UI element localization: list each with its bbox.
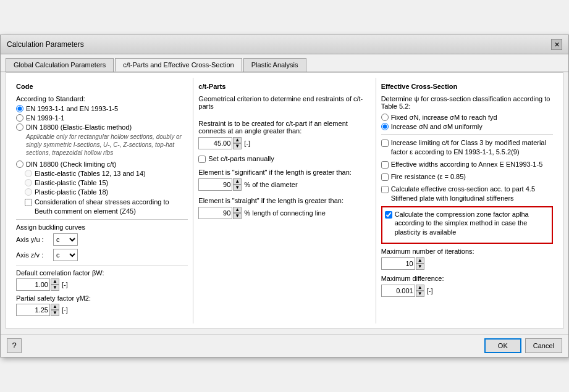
radio-din18800-ct: DIN 18800 (Check limiting c/t) bbox=[16, 161, 188, 168]
close-button[interactable]: ✕ bbox=[551, 39, 562, 50]
standard-label: According to Standard: bbox=[16, 95, 188, 102]
increase-ct-checkbox-item: Increase limiting c/t for Class 3 by mod… bbox=[381, 138, 553, 156]
radio-en1999-label: EN 1999-1-1 bbox=[26, 114, 64, 122]
ct-header: c/t-Parts bbox=[198, 83, 370, 90]
radio-en1999-input[interactable] bbox=[16, 114, 23, 122]
restraint-label: Restraint is to be created for c/t-part … bbox=[198, 120, 370, 135]
set-manual-checkbox[interactable] bbox=[198, 156, 206, 163]
ecs-intro-label: Determine ψ for cross-section classifica… bbox=[381, 95, 553, 110]
radio-fixed-sn-input[interactable] bbox=[381, 114, 389, 121]
footer-right: OK Cancel bbox=[484, 338, 562, 353]
max-difference-spinner-buttons: ▲ ▼ bbox=[416, 285, 424, 297]
radio-elastic-elastic-input[interactable] bbox=[25, 170, 32, 177]
axis-yu-select[interactable]: c bbox=[53, 233, 78, 246]
max-iterations-spinner: ▲ ▼ bbox=[381, 257, 553, 270]
angle-up-btn[interactable]: ▲ bbox=[233, 137, 242, 143]
radio-en1999: EN 1999-1-1 bbox=[16, 114, 188, 122]
fire-resistance-label: Fire resistance (ε = 0.85) bbox=[391, 172, 466, 181]
radio-plastic-plastic-input[interactable] bbox=[25, 188, 32, 196]
radio-fixed-sn-label: Fixed σN, increase σM to reach fyd bbox=[391, 114, 497, 121]
tab-plastic[interactable]: Plastic Analysis bbox=[243, 58, 306, 72]
set-manual-checkbox-item: Set c/t-parts manually bbox=[198, 154, 370, 163]
max-iterations-spinner-buttons: ▲ ▼ bbox=[416, 257, 424, 270]
radio-elastic-plastic-input[interactable] bbox=[25, 179, 32, 186]
set-manual-label: Set c/t-parts manually bbox=[208, 154, 274, 163]
gamma-spinner: ▲ ▼ [-] bbox=[16, 304, 188, 316]
title-bar: Calculation Parameters ✕ bbox=[1, 35, 568, 54]
radio-increase-uniform-label: Increase σN and σM uniformly bbox=[391, 123, 483, 130]
angle-unit: [-] bbox=[244, 140, 250, 147]
increase-ct-checkbox[interactable] bbox=[381, 140, 389, 147]
effective-annex-label: Effective widths according to Annex E EN… bbox=[391, 160, 543, 169]
cancel-button[interactable]: Cancel bbox=[525, 338, 562, 353]
ecs-radio-group: Fixed σN, increase σM to reach fyd Incre… bbox=[381, 114, 553, 130]
straight-input[interactable] bbox=[198, 207, 232, 219]
din-suboptions: Elastic-elastic (Tables 12, 13 and 14) E… bbox=[25, 170, 188, 215]
straight-down-btn[interactable]: ▼ bbox=[233, 213, 242, 219]
gamma-unit: [-] bbox=[62, 306, 68, 314]
straight-up-btn[interactable]: ▲ bbox=[233, 207, 242, 213]
ct-parts-column: c/t-Parts Geometrical criterion to deter… bbox=[193, 78, 376, 323]
max-difference-input[interactable] bbox=[381, 285, 415, 297]
radio-elastic-elastic: Elastic-elastic (Tables 12, 13 and 14) bbox=[25, 170, 188, 177]
shear-stress-checkbox[interactable] bbox=[25, 199, 32, 206]
calc-compression-checkbox[interactable] bbox=[385, 211, 392, 219]
radio-en1993-label: EN 1993-1-1 and EN 1993-1-5 bbox=[26, 105, 118, 112]
calc-compression-highlighted: Calculate the compression zone factor ap… bbox=[381, 206, 553, 244]
max-iterations-up-btn[interactable]: ▲ bbox=[416, 257, 424, 264]
angle-spinner-buttons: ▲ ▼ bbox=[233, 137, 242, 149]
radio-elastic-plastic: Elastic-plastic (Table 15) bbox=[25, 179, 188, 186]
max-difference-up-btn[interactable]: ▲ bbox=[416, 285, 424, 291]
help-button[interactable]: ? bbox=[7, 338, 22, 353]
fire-resistance-checkbox[interactable] bbox=[381, 173, 389, 181]
radio-din18800-ee-label: DIN 18800 (Elastic-Elastic method) bbox=[26, 123, 132, 131]
angle-input[interactable] bbox=[198, 137, 232, 149]
calc-effective-stiffened-label: Calculate effective cross-section acc. t… bbox=[391, 185, 553, 202]
calc-compression-label: Calculate the compression zone factor ap… bbox=[395, 210, 549, 236]
gamma-input[interactable] bbox=[16, 304, 50, 316]
gamma-label: Partial safety factor γM2: bbox=[16, 294, 188, 302]
beta-label: Default correlation factor βW: bbox=[16, 269, 188, 277]
max-iterations-down-btn[interactable]: ▼ bbox=[416, 264, 424, 270]
max-iterations-input[interactable] bbox=[381, 257, 415, 270]
significant-spinner: ▲ ▼ % of the diameter bbox=[198, 178, 370, 191]
axis-yu-label: Axis y/u : bbox=[16, 236, 53, 243]
max-difference-down-btn[interactable]: ▼ bbox=[416, 291, 424, 297]
beta-down-btn[interactable]: ▼ bbox=[51, 285, 59, 291]
footer-left: ? bbox=[7, 338, 22, 353]
significant-unit: % of the diameter bbox=[244, 181, 297, 188]
buckling-label: Assign buckling curves bbox=[16, 223, 188, 231]
radio-din18800-ct-label: DIN 18800 (Check limiting c/t) bbox=[26, 161, 116, 168]
angle-down-btn[interactable]: ▼ bbox=[233, 143, 242, 149]
significant-down-btn[interactable]: ▼ bbox=[233, 185, 242, 191]
radio-en1993-input[interactable] bbox=[16, 105, 23, 112]
gamma-down-btn[interactable]: ▼ bbox=[51, 310, 59, 316]
ecs-header: Effective Cross-Section bbox=[381, 83, 553, 90]
axis-zu-label: Axis z/v : bbox=[16, 251, 53, 259]
straight-label: Element is "straight" if the length is g… bbox=[198, 197, 370, 204]
tab-ct-parts[interactable]: c/t-Parts and Effective Cross-Section bbox=[115, 58, 242, 72]
angle-spinner: ▲ ▼ [-] bbox=[198, 137, 370, 149]
axis-zu-select[interactable]: c bbox=[53, 249, 78, 261]
effective-annex-checkbox[interactable] bbox=[381, 161, 389, 169]
beta-spinner: ▲ ▼ [-] bbox=[16, 278, 188, 291]
geo-label: Geometrical criterion to determine end r… bbox=[198, 95, 370, 110]
radio-elastic-elastic-label: Elastic-elastic (Tables 12, 13 and 14) bbox=[35, 170, 146, 177]
radio-increase-uniform-input[interactable] bbox=[381, 123, 389, 130]
significant-up-btn[interactable]: ▲ bbox=[233, 178, 242, 185]
calc-effective-stiffened-checkbox[interactable] bbox=[381, 186, 389, 193]
beta-up-btn[interactable]: ▲ bbox=[51, 278, 59, 285]
radio-din18800-ct-input[interactable] bbox=[16, 161, 23, 168]
radio-din18800-ee-input[interactable] bbox=[16, 123, 23, 131]
tab-global[interactable]: Global Calculation Parameters bbox=[6, 58, 114, 72]
radio-en1993: EN 1993-1-1 and EN 1993-1-5 bbox=[16, 105, 188, 112]
fire-resistance-checkbox-item: Fire resistance (ε = 0.85) bbox=[381, 172, 553, 181]
calc-compression-checkbox-item: Calculate the compression zone factor ap… bbox=[385, 210, 549, 236]
beta-spinner-buttons: ▲ ▼ bbox=[51, 278, 59, 291]
gamma-up-btn[interactable]: ▲ bbox=[51, 304, 59, 310]
tabs: Global Calculation Parameters c/t-Parts … bbox=[1, 54, 568, 72]
beta-input[interactable] bbox=[16, 278, 50, 291]
significant-input[interactable] bbox=[198, 178, 232, 191]
ok-button[interactable]: OK bbox=[484, 338, 521, 353]
effective-annex-checkbox-item: Effective widths according to Annex E EN… bbox=[381, 160, 553, 169]
